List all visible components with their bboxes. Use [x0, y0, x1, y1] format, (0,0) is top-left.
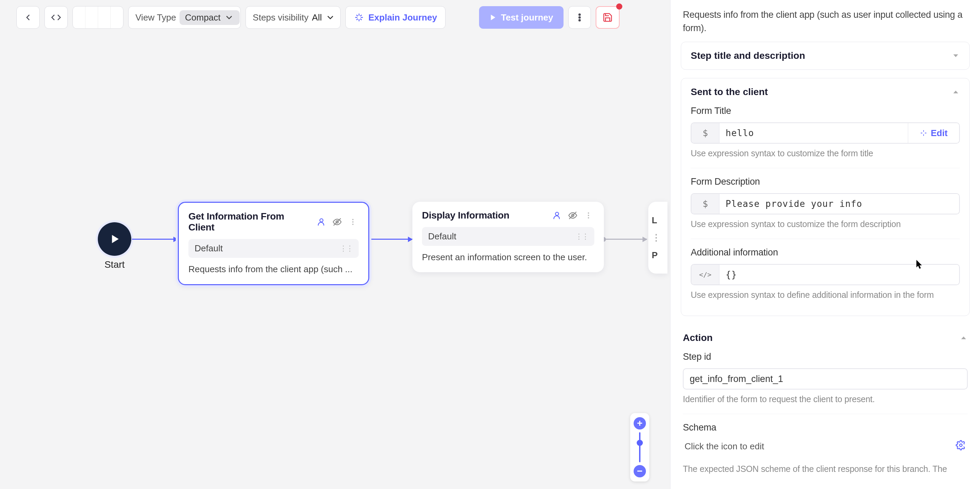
branch-label: Default: [194, 243, 223, 254]
svg-marker-24: [953, 54, 958, 57]
inspector-panel: Requests info from the client app (such …: [670, 0, 980, 489]
edit-label: Edit: [931, 128, 948, 139]
more-vert-icon: [575, 12, 584, 22]
section-header[interactable]: Action: [681, 324, 970, 352]
schema-edit-button[interactable]: [956, 440, 966, 453]
more-menu-button[interactable]: [568, 6, 591, 29]
code-toggle-button[interactable]: [45, 6, 68, 29]
form-desc-input-row: $: [691, 193, 960, 214]
svg-point-27: [959, 444, 962, 447]
section-header[interactable]: Step title and description: [681, 42, 969, 69]
label: Schema: [683, 422, 968, 433]
redo-button[interactable]: [85, 6, 98, 29]
chevron-down-icon: [325, 12, 336, 22]
svg-marker-7: [491, 15, 495, 21]
node-more-button[interactable]: [347, 218, 359, 226]
hint: Use expression syntax to customize the f…: [691, 219, 960, 229]
section-header[interactable]: Sent to the client: [681, 78, 969, 106]
branch-chip[interactable]: Default ⋮⋮: [422, 227, 594, 246]
edge-start-to-node1: [132, 239, 178, 240]
save-button-wrap: [596, 6, 620, 29]
hint: Use expression syntax to define addition…: [691, 290, 960, 300]
section-title: Sent to the client: [691, 86, 768, 97]
play-icon: [108, 233, 121, 245]
zoom-thumb[interactable]: [637, 440, 643, 446]
code-prefix[interactable]: </>: [691, 265, 719, 285]
back-button[interactable]: [16, 6, 40, 29]
svg-point-21: [588, 212, 589, 214]
eye-off-icon[interactable]: [567, 211, 579, 220]
node-get-information[interactable]: Get Information From Client Default ⋮⋮ R…: [178, 202, 369, 285]
explain-journey-button[interactable]: Explain Journey: [345, 6, 445, 29]
form-title-input-row: $ Edit: [691, 123, 960, 143]
chevron-up-icon: [951, 88, 960, 96]
peek-bottom: P: [652, 250, 664, 261]
step-id-input[interactable]: [683, 368, 968, 390]
field-additional: Additional information </> Use expressio…: [691, 247, 960, 309]
edit-button[interactable]: Edit: [908, 123, 959, 143]
node-description: Requests info from the client app (such …: [188, 264, 359, 275]
explain-journey-label: Explain Journey: [368, 12, 437, 23]
copy-button[interactable]: [98, 6, 110, 29]
test-journey-label: Test journey: [501, 12, 553, 23]
test-journey-button[interactable]: Test journey: [479, 6, 563, 29]
zoom-in-button[interactable]: +: [634, 417, 646, 430]
eye-off-icon[interactable]: [331, 217, 343, 227]
step-intro: Requests info from the client app (such …: [681, 0, 970, 42]
additional-input-row: </>: [691, 264, 960, 285]
field-form-title: Form Title $ Edit Use expression syntax …: [691, 106, 960, 168]
start-node[interactable]: Start: [98, 222, 131, 270]
undo-button[interactable]: [73, 6, 85, 29]
field-form-desc: Form Description $ Use expression syntax…: [691, 177, 960, 239]
chevron-down-icon: [951, 52, 960, 60]
branch-chip[interactable]: Default ⋮⋮: [188, 239, 359, 258]
peek-top: L: [652, 215, 664, 226]
branch-label: Default: [428, 231, 456, 242]
chevron-left-icon: [23, 12, 33, 22]
svg-point-22: [588, 215, 589, 216]
svg-point-10: [579, 19, 580, 21]
hint: The expected JSON scheme of the client r…: [683, 464, 968, 474]
node-more-button[interactable]: [583, 211, 594, 220]
schema-row: Click the icon to edit: [683, 439, 968, 454]
cut-button[interactable]: [110, 6, 123, 29]
expression-prefix[interactable]: $: [691, 194, 719, 214]
form-title-input[interactable]: [719, 123, 908, 143]
start-circle[interactable]: [98, 222, 131, 256]
view-type-selector[interactable]: View Type Compact: [128, 6, 241, 29]
edge-node2-to-next: [604, 239, 647, 240]
gear-icon: [956, 440, 966, 450]
drag-handle-icon[interactable]: ⋮⋮: [575, 232, 588, 241]
label: Form Title: [691, 106, 960, 116]
node-peek-next[interactable]: L ⋮ P: [648, 202, 667, 274]
svg-point-23: [588, 217, 589, 218]
toolbar: View Type Compact Steps visibility All E…: [16, 6, 620, 29]
svg-marker-25: [953, 91, 958, 93]
field-schema: Schema Click the icon to edit The expect…: [683, 422, 968, 484]
drag-handle-icon[interactable]: ⋮⋮: [340, 244, 353, 253]
svg-point-12: [320, 219, 323, 222]
zoom-slider[interactable]: [639, 432, 640, 462]
node-title: Get Information From Client: [188, 211, 312, 233]
node-display-information[interactable]: Display Information Default ⋮⋮ Present a…: [412, 202, 604, 272]
section-title: Action: [683, 332, 713, 343]
zoom-out-button[interactable]: −: [634, 465, 646, 477]
svg-point-8: [579, 14, 580, 16]
journey-canvas[interactable]: Start Get Information From Client Defaul…: [0, 38, 670, 486]
label: Step id: [683, 352, 968, 362]
play-icon: [489, 14, 497, 21]
view-type-value: Compact: [185, 12, 221, 23]
chevron-down-icon: [224, 12, 234, 22]
hint: Use expression syntax to customize the f…: [691, 148, 960, 158]
save-button[interactable]: [596, 6, 620, 29]
section-action: Action Step id Identifier of the form to…: [681, 324, 970, 484]
steps-visibility-selector[interactable]: Steps visibility All: [245, 6, 340, 29]
unsaved-indicator: [616, 3, 622, 10]
form-desc-input[interactable]: [719, 194, 959, 214]
svg-marker-11: [112, 235, 119, 243]
expression-prefix[interactable]: $: [691, 123, 719, 143]
additional-input[interactable]: [719, 265, 959, 285]
steps-visibility-label: Steps visibility: [253, 12, 309, 23]
drag-handle-icon: ⋮: [652, 233, 664, 243]
section-step-title-desc: Step title and description: [681, 42, 970, 70]
